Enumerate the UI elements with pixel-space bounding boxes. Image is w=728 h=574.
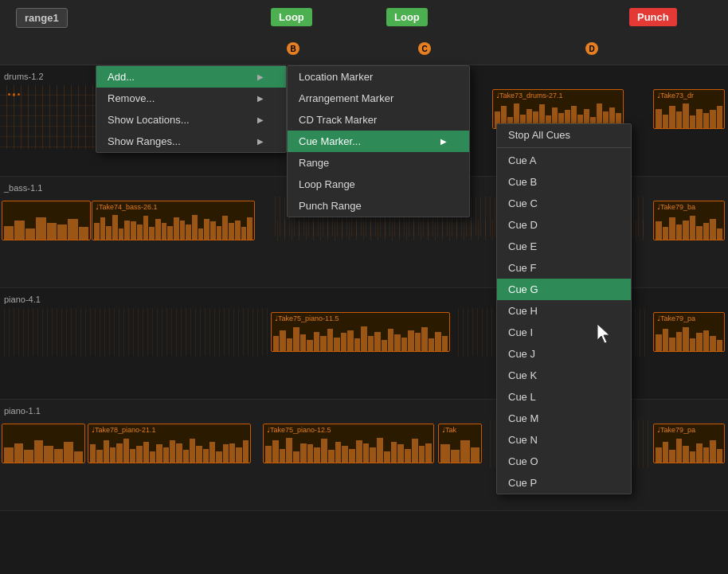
menu-item-show-ranges[interactable]: Show Ranges... ▶ — [96, 131, 286, 152]
context-menu-add: Location Marker Arrangement Marker CD Tr… — [287, 65, 470, 217]
menu-item-cue-c[interactable]: Cue C — [497, 193, 631, 214]
menu-item-cue-m[interactable]: Cue M — [497, 408, 631, 429]
clip-bass-1[interactable]: ♩Take74_bass-26.1 — [92, 201, 255, 240]
arrow-cue-marker: ▶ — [440, 137, 447, 146]
clip-piano1-1[interactable]: ♩Take75_piano-11.5 — [271, 312, 450, 352]
clip-label-bass-1: ♩Take74_bass-26.1 — [96, 203, 158, 211]
track-label-bass: _bass-1.1 — [4, 183, 42, 193]
menu-item-cue-o[interactable]: Cue O — [497, 451, 631, 472]
clip-piano2-0[interactable] — [2, 424, 85, 463]
context-menu-cue: Stop All Cues Cue A Cue B Cue C Cue D Cu… — [496, 123, 632, 494]
menu-item-cd-track-marker[interactable]: CD Track Marker — [288, 109, 469, 131]
menu-item-cue-d[interactable]: Cue D — [497, 214, 631, 236]
clip-label-piano2-1: ♩Take78_piano-21.1 — [92, 426, 156, 434]
menu-item-cue-n[interactable]: Cue N — [497, 429, 631, 451]
clip-piano2-2[interactable]: ♩Take75_piano-12.5 — [263, 424, 434, 463]
clip-label-piano2-3: ♩Tak — [442, 426, 456, 434]
clip-label-drums-2: ♩Take73_dr — [657, 92, 694, 100]
marker-dot-b: B — [287, 42, 299, 55]
clip-label-bass-2: ♩Take79_ba — [657, 203, 695, 211]
menu-item-add[interactable]: Add... ▶ — [96, 66, 286, 88]
clip-bass-2[interactable]: ♩Take79_ba — [653, 201, 725, 240]
clip-label-piano1-2: ♩Take79_pa — [657, 314, 695, 322]
menu-item-cue-i[interactable]: Cue I — [497, 322, 631, 343]
menu-item-cue-j[interactable]: Cue J — [497, 343, 631, 365]
clip-label-piano2-2: ♩Take75_piano-12.5 — [267, 426, 331, 434]
context-menu-main: Add... ▶ Remove... ▶ Show Locations... ▶… — [96, 65, 287, 153]
menu-item-arrangement-marker[interactable]: Arrangement Marker — [288, 88, 469, 109]
clip-piano2-4[interactable]: ♩Take79_pa — [653, 424, 725, 463]
track-label-piano1: piano-4.1 — [4, 295, 41, 304]
menu-item-cue-e[interactable]: Cue E — [497, 236, 631, 257]
marker-bar: range1 Loop Loop Punch B C D — [0, 0, 728, 65]
clip-drums-2[interactable]: ♩Take73_dr — [653, 89, 725, 129]
marker-range1: range1 — [16, 8, 68, 28]
menu-item-cue-a[interactable]: Cue A — [497, 150, 631, 171]
cue-menu-divider — [497, 147, 631, 148]
menu-item-cue-l[interactable]: Cue L — [497, 386, 631, 408]
clip-piano2-3[interactable]: ♩Tak — [438, 424, 482, 463]
clip-label-piano2-4: ♩Take79_pa — [657, 426, 695, 434]
arrow-remove: ▶ — [257, 94, 264, 103]
marker-loop1: Loop — [271, 8, 312, 26]
clip-label-piano1-1: ♩Take75_piano-11.5 — [275, 314, 339, 322]
menu-item-cue-marker[interactable]: Cue Marker... ▶ — [288, 131, 469, 152]
menu-item-show-locations[interactable]: Show Locations... ▶ — [96, 109, 286, 131]
arrow-show-locations: ▶ — [257, 115, 264, 124]
menu-item-stop-all-cues[interactable]: Stop All Cues — [497, 124, 631, 146]
timeline: drums-1.2 ♩Take73_drums-27.1 — [0, 0, 728, 574]
clip-piano1-2[interactable]: ♩Take79_pa — [653, 312, 725, 352]
menu-item-loop-range[interactable]: Loop Range — [288, 174, 469, 195]
arrow-add: ▶ — [257, 72, 264, 81]
menu-item-cue-g[interactable]: Cue G — [497, 279, 631, 300]
clip-label-drums-1: ♩Take73_drums-27.1 — [496, 92, 563, 100]
menu-item-range[interactable]: Range — [288, 152, 469, 174]
menu-item-cue-k[interactable]: Cue K — [497, 365, 631, 386]
menu-item-cue-h[interactable]: Cue H — [497, 300, 631, 322]
menu-item-cue-p[interactable]: Cue P — [497, 472, 631, 494]
track-label-drums: drums-1.2 — [4, 72, 44, 81]
menu-item-punch-range[interactable]: Punch Range — [288, 195, 469, 217]
marker-dot-c: C — [418, 42, 431, 55]
marker-punch: Punch — [629, 8, 677, 26]
arrow-show-ranges: ▶ — [257, 137, 264, 146]
menu-item-location-marker[interactable]: Location Marker — [288, 66, 469, 88]
marker-dot-d: D — [585, 42, 598, 55]
menu-item-cue-f[interactable]: Cue F — [497, 257, 631, 279]
menu-item-remove[interactable]: Remove... ▶ — [96, 88, 286, 109]
clip-bass-label-area[interactable] — [2, 201, 91, 240]
marker-loop2: Loop — [386, 8, 428, 26]
menu-item-cue-b[interactable]: Cue B — [497, 171, 631, 193]
track-label-piano2: piano-1.1 — [4, 406, 41, 416]
clip-piano2-1[interactable]: ♩Take78_piano-21.1 — [88, 424, 251, 463]
